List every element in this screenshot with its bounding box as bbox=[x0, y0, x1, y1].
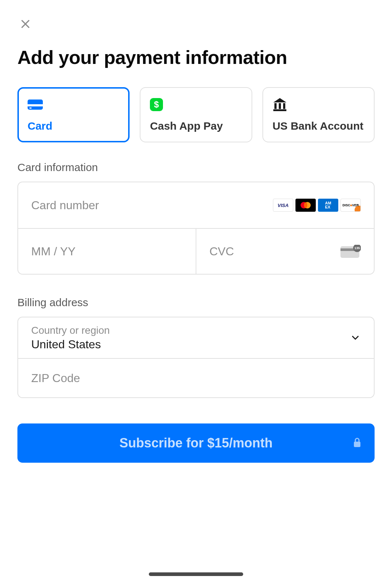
svg-rect-3 bbox=[28, 104, 43, 106]
billing-address-label: Billing address bbox=[17, 296, 375, 309]
svg-rect-11 bbox=[273, 109, 286, 111]
payment-option-cashapp[interactable]: $ Cash App Pay bbox=[140, 87, 252, 142]
card-info-group: VISA AMEX DISCVER bbox=[17, 182, 375, 275]
payment-method-selector: Card $ Cash App Pay US Ban bbox=[17, 87, 375, 142]
subscribe-button[interactable]: Subscribe for $15/month bbox=[17, 423, 375, 463]
payment-option-bank-label: US Bank Account bbox=[273, 120, 364, 132]
card-brand-icons: VISA AMEX DISCVER bbox=[273, 199, 361, 212]
home-indicator[interactable] bbox=[149, 572, 243, 576]
svg-rect-19 bbox=[354, 442, 360, 447]
svg-rect-4 bbox=[29, 108, 32, 109]
card-expiry-input[interactable] bbox=[31, 245, 183, 258]
card-info-label: Card information bbox=[17, 161, 375, 174]
discover-icon: DISCVER bbox=[340, 199, 361, 212]
svg-text:135: 135 bbox=[354, 246, 360, 250]
zip-input[interactable] bbox=[31, 372, 361, 385]
amex-icon: AMEX bbox=[318, 199, 338, 212]
country-value: United States bbox=[31, 338, 110, 351]
subscribe-button-label: Subscribe for $15/month bbox=[119, 435, 273, 451]
svg-rect-9 bbox=[279, 103, 281, 109]
country-select[interactable]: Country or region United States bbox=[18, 317, 374, 358]
card-cvc-input[interactable] bbox=[209, 245, 340, 258]
close-button[interactable] bbox=[17, 16, 33, 32]
svg-rect-8 bbox=[274, 103, 277, 109]
payment-option-bank[interactable]: US Bank Account bbox=[262, 87, 375, 142]
page-title: Add your payment information bbox=[17, 46, 375, 68]
visa-icon: VISA bbox=[273, 199, 293, 212]
country-inner-label: Country or region bbox=[31, 325, 110, 336]
card-number-input[interactable] bbox=[31, 199, 273, 212]
billing-group: Country or region United States bbox=[17, 317, 375, 398]
payment-option-card-label: Card bbox=[28, 120, 119, 132]
bank-icon bbox=[273, 98, 364, 111]
svg-rect-10 bbox=[283, 103, 285, 109]
mastercard-icon bbox=[295, 199, 316, 212]
chevron-down-icon bbox=[350, 332, 361, 343]
svg-marker-7 bbox=[273, 98, 286, 102]
cvc-hint-icon: 135 bbox=[340, 245, 361, 258]
payment-option-card[interactable]: Card bbox=[17, 87, 130, 142]
svg-point-14 bbox=[304, 202, 307, 208]
cashapp-icon: $ bbox=[150, 98, 242, 111]
svg-text:$: $ bbox=[154, 100, 159, 109]
close-icon bbox=[20, 18, 31, 30]
card-icon bbox=[28, 98, 119, 111]
lock-icon bbox=[353, 435, 362, 451]
payment-option-cashapp-label: Cash App Pay bbox=[150, 120, 242, 132]
